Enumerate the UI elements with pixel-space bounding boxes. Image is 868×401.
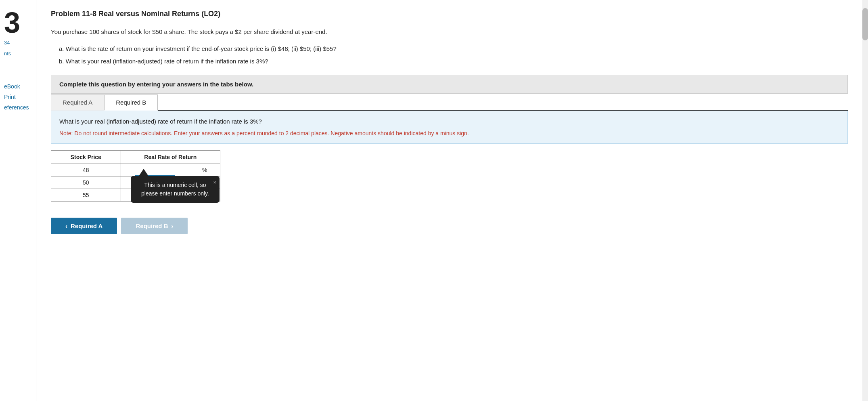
tab-required-a[interactable]: Required A bbox=[51, 94, 104, 111]
sidebar-link-print[interactable]: Print bbox=[4, 94, 32, 100]
stock-price-48: 48 bbox=[51, 164, 121, 176]
question-note: Note: Do not round intermediate calculat… bbox=[59, 129, 839, 138]
sidebar-sub2: nts bbox=[0, 48, 36, 59]
sidebar-links: eBook Print eferences bbox=[0, 83, 36, 111]
sidebar: 3 34 nts eBook Print eferences bbox=[0, 0, 36, 401]
complete-box: Complete this question by entering your … bbox=[51, 75, 848, 94]
required-a-button[interactable]: ‹ Required A bbox=[51, 218, 117, 234]
chevron-left-icon: ‹ bbox=[65, 223, 67, 229]
tab-required-b[interactable]: Required B bbox=[104, 94, 158, 111]
tooltip-close-icon[interactable]: × bbox=[213, 178, 216, 187]
input-cell-48: × This is a numeric cell, so please ente… bbox=[121, 164, 189, 176]
table-row: 48 × This is a numeric cell, so please e… bbox=[51, 164, 220, 176]
sidebar-number: 3 bbox=[0, 8, 36, 37]
right-scrollbar[interactable] bbox=[862, 0, 868, 401]
tooltip-text: This is a numeric cell, so please enter … bbox=[141, 182, 209, 197]
question-text: What is your real (inflation-adjusted) r… bbox=[59, 117, 839, 126]
part-b: b. What is your real (inflation-adjusted… bbox=[59, 56, 848, 67]
required-b-label: Required B bbox=[136, 223, 168, 229]
problem-title: Problem 11-8 Real versus Nominal Returns… bbox=[51, 10, 848, 18]
tooltip-arrow bbox=[139, 169, 149, 176]
problem-parts: a. What is the rate of return on your in… bbox=[59, 43, 848, 67]
tabs-container: Required A Required B bbox=[51, 94, 848, 111]
chevron-right-icon: › bbox=[171, 223, 173, 229]
tooltip-box: × This is a numeric cell, so please ente… bbox=[131, 176, 220, 203]
col-header-real-rate: Real Rate of Return bbox=[121, 151, 220, 164]
part-a: a. What is the rate of return on your in… bbox=[59, 43, 848, 54]
required-b-button[interactable]: Required B › bbox=[121, 218, 188, 234]
bottom-nav: ‹ Required A Required B › bbox=[51, 218, 848, 234]
scrollbar-thumb bbox=[862, 8, 868, 40]
stock-price-55: 55 bbox=[51, 189, 121, 202]
stock-price-50: 50 bbox=[51, 176, 121, 189]
data-table: Stock Price Real Rate of Return 48 × Thi… bbox=[51, 150, 220, 202]
tooltip-wrapper: × This is a numeric cell, so please ente… bbox=[135, 164, 175, 176]
required-a-label: Required A bbox=[71, 223, 102, 229]
sidebar-link-references[interactable]: eferences bbox=[4, 104, 32, 111]
sidebar-sub1: 34 bbox=[0, 37, 36, 48]
sidebar-link-ebook[interactable]: eBook bbox=[4, 83, 32, 90]
main-content: Problem 11-8 Real versus Nominal Returns… bbox=[36, 0, 862, 401]
percent-sign-48: % bbox=[189, 164, 220, 176]
problem-description: You purchase 100 shares of stock for $50… bbox=[51, 27, 848, 37]
question-section: What is your real (inflation-adjusted) r… bbox=[51, 111, 848, 144]
col-header-stock-price: Stock Price bbox=[51, 151, 121, 164]
